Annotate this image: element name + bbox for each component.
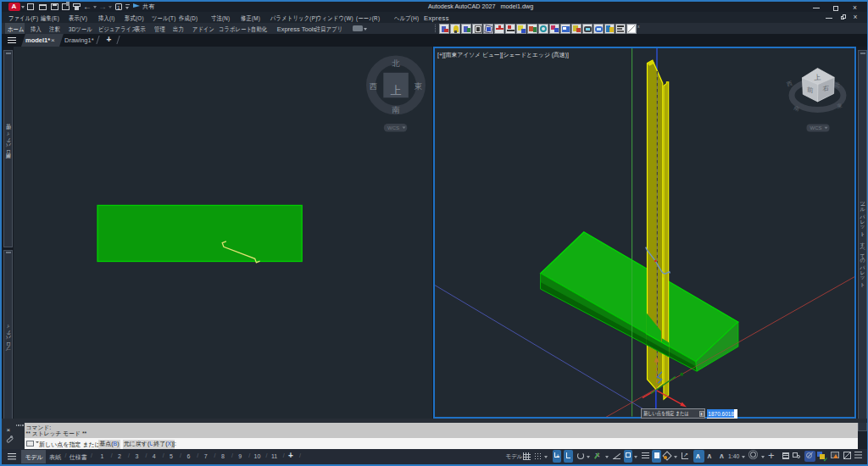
svg-text:南: 南 <box>392 105 400 114</box>
svg-text:WCS: WCS <box>387 125 399 130</box>
svg-text:上: 上 <box>813 74 821 82</box>
svg-text:[+][南東アイソメ ビュー][シェードとエッジ (高速)]: [+][南東アイソメ ビュー][シェードとエッジ (高速)] <box>437 52 569 58</box>
svg-text:北: 北 <box>392 58 400 68</box>
svg-text:南: 南 <box>793 104 801 112</box>
svg-text:東: 東 <box>415 81 423 91</box>
svg-text:西: 西 <box>370 81 378 91</box>
svg-text:西: 西 <box>785 80 793 87</box>
svg-text:WCS: WCS <box>810 125 822 130</box>
svg-text:上: 上 <box>391 84 402 97</box>
